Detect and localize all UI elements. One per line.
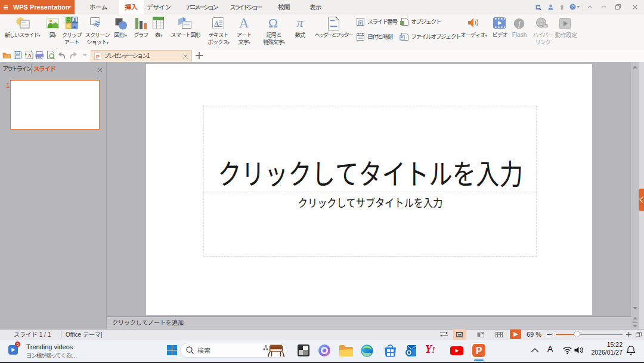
svg-text:Ω: Ω — [268, 16, 278, 30]
svg-text:A: A — [239, 16, 249, 30]
svg-text:bc: bc — [544, 24, 547, 27]
svg-text:?: ? — [571, 4, 574, 10]
svg-text:P: P — [96, 54, 100, 60]
svg-text:π: π — [297, 16, 304, 30]
svg-text:P: P — [476, 346, 482, 356]
svg-text:5: 5 — [17, 342, 19, 346]
svg-text:A: A — [27, 53, 32, 59]
